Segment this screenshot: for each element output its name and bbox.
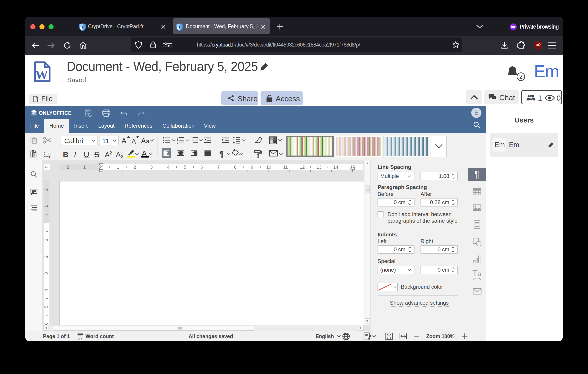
svg-text:3: 3: [150, 165, 153, 169]
svg-text:3: 3: [44, 272, 49, 274]
svg-text:1: 1: [83, 165, 86, 169]
svg-text:1: 1: [44, 205, 49, 208]
svg-text:1: 1: [44, 239, 49, 241]
svg-text:9: 9: [251, 165, 253, 169]
svg-text:i: i: [192, 142, 192, 144]
svg-text:W: W: [35, 68, 48, 82]
svg-text:2: 2: [134, 165, 136, 169]
svg-text:1: 1: [190, 136, 192, 139]
svg-text:14: 14: [333, 165, 338, 169]
svg-text:1: 1: [177, 136, 178, 139]
svg-text:2: 2: [44, 255, 49, 258]
svg-text:5: 5: [44, 306, 49, 308]
svg-text:8: 8: [234, 165, 236, 169]
svg-text:2: 2: [177, 139, 178, 142]
svg-text:uO: uO: [536, 43, 541, 47]
svg-text:6: 6: [44, 322, 49, 325]
svg-text:1: 1: [117, 165, 119, 169]
svg-text:4: 4: [167, 165, 169, 169]
svg-text:12: 12: [300, 165, 305, 169]
svg-text:2: 2: [66, 165, 69, 169]
svg-text:13: 13: [317, 165, 322, 169]
svg-text:123: 123: [77, 337, 82, 340]
svg-text:6: 6: [200, 165, 203, 169]
svg-text:3: 3: [177, 142, 178, 144]
svg-text:11: 11: [283, 165, 288, 169]
svg-text:10: 10: [266, 165, 271, 169]
svg-text:4: 4: [44, 289, 49, 291]
svg-text:7: 7: [217, 165, 220, 169]
svg-text:2: 2: [44, 188, 49, 191]
svg-text:5: 5: [184, 165, 186, 169]
